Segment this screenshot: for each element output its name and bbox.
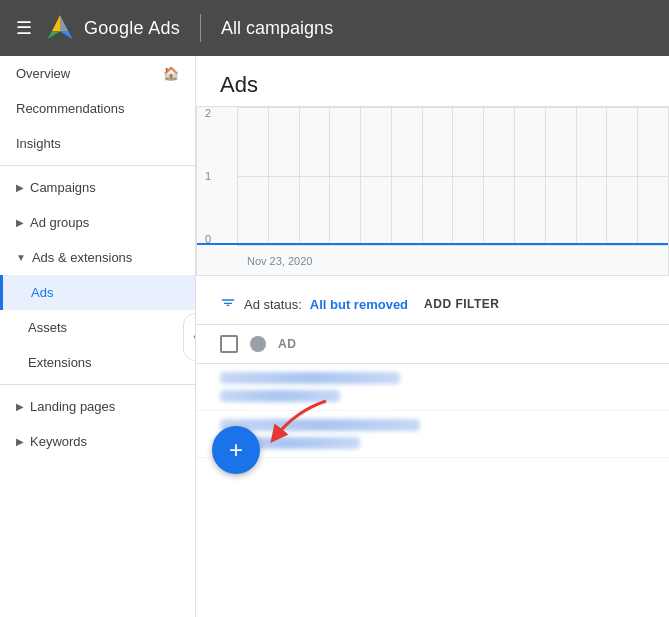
chart-col — [637, 107, 668, 245]
sidebar-item-insights[interactable]: Insights — [0, 126, 195, 161]
chart-col — [268, 107, 299, 245]
ad-column-header: Ad — [278, 337, 296, 351]
chart-col — [606, 107, 637, 245]
chart-col — [514, 107, 545, 245]
performance-chart: 2 1 0 Nov 23, 2020 — [196, 106, 669, 276]
sidebar-collapse-button[interactable]: ‹ — [183, 313, 196, 361]
sidebar-item-assets[interactable]: Assets — [0, 310, 195, 345]
main-page-title: Ads — [220, 72, 645, 98]
sidebar-item-overview[interactable]: Overview 🏠 — [0, 56, 195, 91]
chart-col — [576, 107, 607, 245]
chart-x-label: Nov 23, 2020 — [247, 255, 312, 267]
chart-y-label-2: 2 — [205, 107, 211, 119]
sidebar-item-ads[interactable]: Ads — [0, 275, 195, 310]
svg-marker-2 — [47, 31, 60, 39]
filter-prefix: Ad status: — [244, 297, 302, 312]
sidebar-item-ad-groups[interactable]: ▶ Ad groups — [0, 205, 195, 240]
chart-col — [237, 107, 268, 245]
app-logo: Google Ads — [44, 12, 180, 44]
chart-y-axis: 2 1 0 — [205, 107, 211, 245]
create-ad-fab-button[interactable]: + — [212, 426, 260, 474]
chart-col — [391, 107, 422, 245]
ad-title-text — [220, 419, 420, 431]
header-divider — [200, 14, 201, 42]
chart-col — [329, 107, 360, 245]
chart-col — [452, 107, 483, 245]
ad-title-text — [220, 372, 400, 384]
table-header-row: Ad — [196, 325, 669, 364]
sidebar-item-recommendations[interactable]: Recommendations — [0, 91, 195, 126]
table-row[interactable] — [196, 411, 669, 458]
chart-columns — [237, 107, 668, 245]
select-all-checkbox[interactable] — [220, 335, 238, 353]
app-name-label: Google Ads — [84, 18, 180, 39]
chart-h-line-bottom — [237, 245, 668, 246]
home-icon: 🏠 — [163, 66, 179, 81]
svg-marker-4 — [60, 15, 73, 39]
main-content: Ads — [196, 56, 669, 617]
add-filter-button[interactable]: ADD FILTER — [424, 297, 499, 311]
filter-icon — [220, 294, 236, 314]
chart-col — [299, 107, 330, 245]
sidebar-item-ads-extensions[interactable]: ▼ Ads & extensions — [0, 240, 195, 275]
menu-icon[interactable]: ☰ — [16, 17, 32, 39]
chart-data-line — [197, 243, 668, 245]
table-row[interactable] — [196, 364, 669, 411]
main-layout: Overview 🏠 Recommendations Insights ▶ Ca… — [0, 56, 669, 617]
sidebar-divider-2 — [0, 384, 195, 385]
filter-bar: Ad status: All but removed ADD FILTER — [196, 284, 669, 325]
sidebar-divider — [0, 165, 195, 166]
chart-col — [360, 107, 391, 245]
expand-icon: ▶ — [16, 217, 24, 228]
plus-icon: + — [229, 436, 243, 464]
collapse-icon: ▼ — [16, 252, 26, 263]
chart-col — [545, 107, 576, 245]
sidebar-item-keywords[interactable]: ▶ Keywords — [0, 424, 195, 459]
sidebar: Overview 🏠 Recommendations Insights ▶ Ca… — [0, 56, 196, 617]
page-title: All campaigns — [221, 18, 333, 39]
chart-col — [483, 107, 514, 245]
sidebar-item-landing-pages[interactable]: ▶ Landing pages — [0, 389, 195, 424]
status-column-indicator — [250, 336, 266, 352]
expand-icon: ▶ — [16, 401, 24, 412]
expand-icon: ▶ — [16, 182, 24, 193]
chart-col — [422, 107, 453, 245]
main-header: Ads — [196, 56, 669, 106]
expand-icon: ▶ — [16, 436, 24, 447]
ad-subtitle-text — [220, 390, 340, 402]
app-header: ☰ Google Ads All campaigns — [0, 0, 669, 56]
filter-value: All but removed — [310, 297, 408, 312]
google-ads-logo-icon — [44, 12, 76, 44]
chart-y-label-1: 1 — [205, 170, 211, 182]
sidebar-item-extensions[interactable]: Extensions — [0, 345, 195, 380]
sidebar-item-campaigns[interactable]: ▶ Campaigns — [0, 170, 195, 205]
